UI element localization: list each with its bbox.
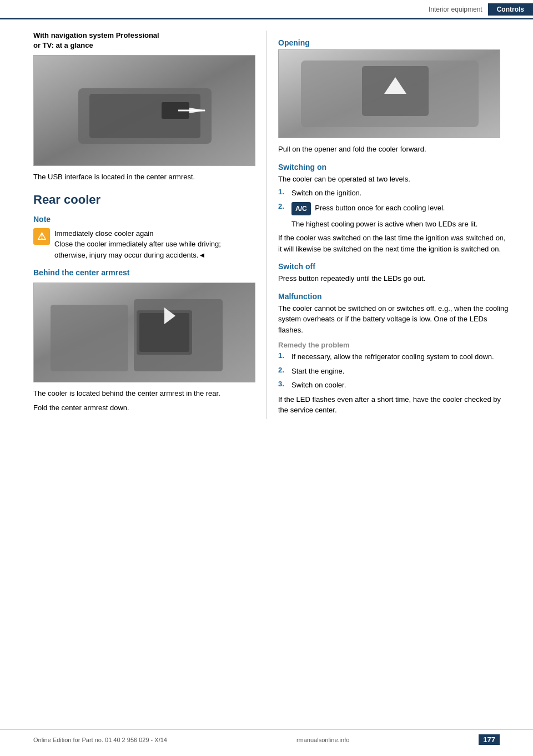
switching-on-heading: Switching on: [278, 163, 511, 172]
remedy-step-2-text: Start the engine.: [291, 366, 344, 377]
rear-cooler-title: Rear cooler: [33, 193, 255, 207]
fold-armrest-para: Fold the center armrest down.: [33, 402, 255, 414]
opening-image: [278, 49, 500, 138]
step-2-num: 2.: [278, 202, 288, 210]
step-2-text: A/C Press button once for each cooling l…: [291, 202, 445, 215]
footer-online-text: Online Edition for Part no. 01 40 2 956 …: [33, 737, 167, 743]
footer-site: rmanualsonline.info: [296, 737, 349, 743]
remedy-heading: Remedy the problem: [278, 341, 511, 349]
switch-off-para: Press button repeatedly until the LEDs g…: [278, 273, 511, 284]
armrest-image-svg: [34, 283, 255, 382]
note-box: ⚠ Immediately close cooler again Close t…: [33, 228, 255, 261]
malfunction-para: The cooler cannot be switched on or swit…: [278, 303, 511, 336]
switching-on-intro: The cooler can be operated at two levels…: [278, 174, 511, 185]
center-armrest-image: [33, 283, 255, 382]
top-heading: With navigation system Professionalor TV…: [33, 31, 255, 51]
remedy-final-para: If the LED flashes even after a short ti…: [278, 394, 511, 416]
header-controls-label: Controls: [488, 3, 533, 16]
remedy-step-2: 2. Start the engine.: [278, 366, 511, 377]
opening-heading: Opening: [278, 38, 511, 47]
usb-paragraph: The USB interface is located in the cent…: [33, 172, 255, 183]
remedy-step-3-num: 3.: [278, 380, 288, 388]
highest-cooling-note: The highest cooling power is active when…: [291, 219, 511, 230]
step-2: 2. A/C Press button once for each coolin…: [278, 202, 511, 215]
step-1-text: Switch on the ignition.: [291, 188, 361, 199]
left-column: With navigation system Professionalor TV…: [0, 31, 266, 419]
remedy-step-3-text: Switch on cooler.: [291, 380, 346, 391]
header-interior-label: Interior equipment: [429, 6, 488, 13]
warning-icon: ⚠: [33, 228, 50, 245]
switch-off-heading: Switch off: [278, 262, 511, 271]
svg-rect-7: [51, 305, 128, 371]
opening-image-svg: [279, 49, 500, 138]
note-text: Immediately close cooler again Close the…: [54, 228, 255, 261]
behind-heading: Behind the center armrest: [33, 268, 255, 277]
page-number: 177: [479, 734, 500, 745]
ac-button: A/C: [291, 202, 311, 215]
step-1-num: 1.: [278, 188, 288, 196]
remedy-step-1-num: 1.: [278, 351, 288, 360]
usb-interface-image: [33, 55, 255, 166]
cooler-location-para: The cooler is located behind the center …: [33, 388, 255, 399]
opening-para: Pull on the opener and fold the cooler f…: [278, 144, 511, 155]
cooler-memory-para: If the cooler was switched on the last t…: [278, 233, 511, 254]
remedy-step-3: 3. Switch on cooler.: [278, 380, 511, 391]
remedy-step-1-text: If necessary, allow the refrigerator coo…: [291, 351, 494, 362]
step-1: 1. Switch on the ignition.: [278, 188, 511, 199]
right-column: Opening Pull on the ope: [267, 31, 533, 419]
remedy-step-1: 1. If necessary, allow the refrigerator …: [278, 351, 511, 362]
main-content: With navigation system Professionalor TV…: [0, 19, 533, 419]
page-footer: Online Edition for Part no. 01 40 2 956 …: [0, 729, 533, 745]
usb-image-svg: [34, 55, 255, 166]
malfunction-heading: Malfunction: [278, 292, 511, 301]
note-heading: Note: [33, 215, 255, 224]
page-header: Interior equipment Controls: [0, 0, 533, 19]
remedy-step-2-num: 2.: [278, 366, 288, 374]
